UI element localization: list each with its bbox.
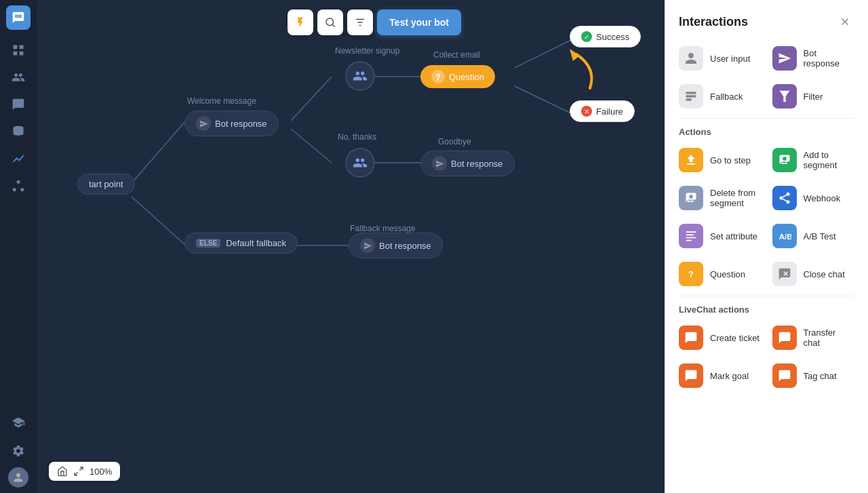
start-point-node[interactable]: tart point <box>77 174 135 195</box>
svg-rect-2 <box>14 52 18 56</box>
ticket-label: Create ticket <box>710 333 760 343</box>
svg-line-23 <box>75 472 78 475</box>
question-node[interactable]: ? Question <box>420 65 495 88</box>
panel-item-ab-test[interactable]: A/B A/B Test <box>767 217 861 255</box>
filter-panel-icon <box>772 84 797 109</box>
svg-line-13 <box>132 121 186 183</box>
goto-label: Go to step <box>710 155 751 165</box>
panel-item-webhook[interactable]: Webhook <box>767 179 861 217</box>
svg-text:?: ? <box>688 269 694 279</box>
bottom-bar: 100% <box>49 462 120 481</box>
svg-point-5 <box>17 180 20 184</box>
canvas-area[interactable]: Test your bot tart point Welcome message <box>37 0 665 493</box>
panel-item-create-ticket[interactable]: Create ticket <box>673 319 767 357</box>
svg-rect-3 <box>20 52 24 56</box>
goal-icon <box>679 363 703 388</box>
default-fallback-node[interactable]: ELSE Default fallback <box>184 233 298 254</box>
top-toolbar: Test your bot <box>288 9 461 35</box>
failure-node[interactable]: ✕ Failure <box>570 100 635 122</box>
user-avatar[interactable] <box>8 467 28 488</box>
panel-item-transfer-chat[interactable]: Transfer chat <box>767 319 861 357</box>
abtest-icon: A/B <box>772 224 797 248</box>
webhook-icon <box>772 186 797 210</box>
sidebar-item-dashboard[interactable] <box>6 38 31 62</box>
panel-close-button[interactable] <box>835 12 854 31</box>
panel-item-bot-response[interactable]: Bot response <box>767 39 861 77</box>
svg-text:A/B: A/B <box>778 232 791 241</box>
sidebar-item-database[interactable] <box>6 119 31 144</box>
success-node[interactable]: ✓ Success <box>570 26 641 47</box>
sidebar-item-settings[interactable] <box>6 439 31 463</box>
sidebar-item-chat[interactable] <box>6 92 31 117</box>
svg-line-18 <box>291 129 332 163</box>
sidebar-item-academy[interactable] <box>6 410 31 435</box>
panel-item-filter[interactable]: Filter <box>767 77 861 115</box>
sidebar <box>0 0 37 493</box>
collect-email-label: Collect email <box>433 50 480 60</box>
sidebar-item-analytics[interactable] <box>6 146 31 171</box>
panel-item-set-attribute[interactable]: Set attribute <box>673 217 767 255</box>
lightning-button[interactable] <box>288 9 313 35</box>
newsletter-signup-icon-node[interactable] <box>345 61 375 91</box>
no-thanks-icon-node[interactable] <box>345 148 375 178</box>
panel-item-fallback[interactable]: Fallback <box>673 77 767 115</box>
panel-item-question[interactable]: ? Question <box>673 255 767 293</box>
panel-item-user-input[interactable]: User input <box>673 39 767 77</box>
bot-response-2-text: Bot response <box>451 159 503 169</box>
tag-label: Tag chat <box>804 371 837 381</box>
bot-response-3-text: Bot response <box>379 241 431 251</box>
test-bot-button[interactable]: Test your bot <box>377 9 461 35</box>
actions-section-title: Actions <box>665 121 868 141</box>
close-chat-icon <box>772 262 797 286</box>
divider-1 <box>679 118 854 119</box>
filter-button[interactable] <box>347 9 373 35</box>
bot-response-3-node[interactable]: Bot response <box>349 233 443 258</box>
svg-rect-39 <box>686 240 692 241</box>
bot-response-2-node[interactable]: Bot response <box>420 151 515 176</box>
panel-item-delete-from-segment[interactable]: Delete from segment <box>673 179 767 217</box>
close-chat-label: Close chat <box>804 269 845 279</box>
expand-icon <box>73 466 84 477</box>
panel-item-close-chat[interactable]: Close chat <box>767 255 861 293</box>
search-button[interactable] <box>317 9 343 35</box>
attribute-icon <box>679 224 703 248</box>
success-icon: ✓ <box>581 31 592 42</box>
welcome-message-label: Welcome message <box>187 96 256 106</box>
svg-rect-29 <box>686 98 692 100</box>
user-input-label: User input <box>710 54 750 64</box>
svg-line-20 <box>132 197 186 245</box>
svg-point-33 <box>786 200 789 203</box>
svg-point-31 <box>786 193 789 196</box>
svg-line-35 <box>783 195 787 197</box>
svg-point-6 <box>20 188 24 191</box>
fallback-panel-icon <box>679 84 703 109</box>
bot-response-label: Bot response <box>804 48 855 68</box>
svg-marker-30 <box>779 91 789 102</box>
zoom-level: 100% <box>90 467 112 477</box>
panel-item-go-to-step[interactable]: Go to step <box>673 141 767 179</box>
failure-icon: ✕ <box>581 106 592 117</box>
svg-rect-36 <box>686 231 696 233</box>
bot-response-panel-icon <box>772 46 797 71</box>
bot-response-1-text: Bot response <box>215 119 267 129</box>
tag-icon <box>772 363 797 388</box>
panel-item-add-to-segment[interactable]: Add to segment <box>767 141 861 179</box>
sidebar-item-flows[interactable] <box>6 174 31 198</box>
divider-2 <box>679 296 854 296</box>
add-segment-icon <box>772 148 797 172</box>
success-text: Success <box>596 32 629 42</box>
sidebar-item-users[interactable] <box>6 65 31 90</box>
failure-text: Failure <box>596 106 623 117</box>
bot-response-1-node[interactable]: Bot response <box>184 111 279 136</box>
app-logo[interactable] <box>6 5 31 30</box>
add-segment-label: Add to segment <box>804 150 855 170</box>
goal-label: Mark goal <box>710 371 749 381</box>
question-label: Question <box>710 269 745 279</box>
interactions-grid: User input Bot response Fallback Filter <box>665 39 868 115</box>
question-text: Question <box>449 72 484 82</box>
transfer-icon <box>772 326 797 350</box>
panel-item-mark-goal[interactable]: Mark goal <box>673 357 767 395</box>
panel-item-tag-chat[interactable]: Tag chat <box>767 357 861 395</box>
fallback-label: Fallback <box>710 92 743 102</box>
actions-grid: Go to step Add to segment Delete from se… <box>665 141 868 293</box>
